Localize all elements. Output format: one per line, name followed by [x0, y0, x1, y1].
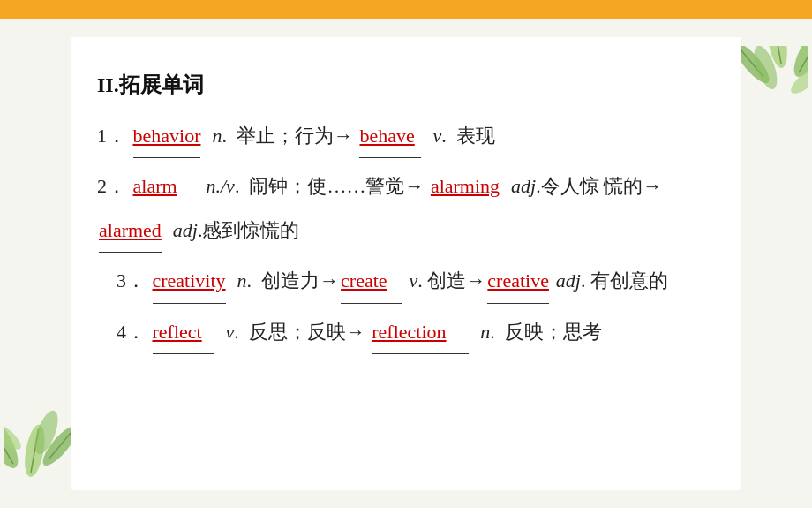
- item-1-pos2: v: [432, 125, 441, 147]
- item-1-blank2: behave: [359, 115, 421, 158]
- item-2-number: 2．: [97, 175, 126, 197]
- item-2-pos1: n./v: [207, 175, 235, 197]
- item-3-pos3: adj: [556, 269, 581, 292]
- word-item-4: 4． reflect v. 反思；反映→ reflection n. 反映；思考: [97, 311, 706, 354]
- leaf-right-decoration: [741, 19, 812, 508]
- item-4-pos2: n: [480, 321, 490, 343]
- section-title: II.拓展单词: [97, 64, 706, 106]
- item-3-pos1: n: [237, 269, 247, 292]
- item-4-number: 4．: [117, 321, 146, 343]
- item-4-meaning2: 反映；思考: [505, 321, 602, 343]
- item-1-meaning1: 举止；行为→: [237, 125, 353, 147]
- item-4-blank1: reflect: [153, 311, 214, 354]
- top-bar: [0, 0, 812, 19]
- leaf-left-decoration: [0, 19, 71, 508]
- main-container: II.拓展单词 1． behavior n. 举止；行为→ behave v. …: [0, 19, 812, 508]
- item-3-blank3: creative: [487, 260, 549, 303]
- item-1-blank1: behavior: [133, 115, 201, 158]
- item-1-meaning2: 表现: [456, 125, 495, 147]
- content-area: II.拓展单词 1． behavior n. 举止；行为→ behave v. …: [71, 37, 741, 490]
- word-item-1: 1． behavior n. 举止；行为→ behave v. 表现: [97, 115, 706, 158]
- item-3-number: 3．: [117, 269, 146, 292]
- item-3-blank2: create: [341, 260, 402, 303]
- item-1-pos1: n: [212, 125, 222, 147]
- item-3-blank1: creativity: [153, 260, 226, 303]
- item-2-pos2: adj: [511, 175, 536, 197]
- item-4-blank2: reflection: [372, 311, 469, 354]
- word-item-2: 2． alarm n./v. 闹钟；使……警觉→ alarming adj.令人…: [97, 165, 706, 253]
- item-2-meaning1: 闹钟；使……警觉→: [249, 175, 424, 197]
- item-3-pos2: v: [410, 269, 418, 292]
- item-1-number: 1．: [97, 125, 126, 147]
- item-3-meaning1: 创造力→: [261, 269, 339, 292]
- item-3-meaning2: 创造→: [427, 269, 485, 292]
- word-item-3: 3． creativity n. 创造力→create v. 创造→creati…: [97, 260, 706, 303]
- item-2-pos3: adj: [173, 219, 198, 241]
- item-2-blank2: alarming: [431, 165, 500, 209]
- item-2-blank3: alarmed: [99, 209, 162, 253]
- item-4-pos1: v: [226, 321, 235, 343]
- item-2-blank1: alarm: [133, 165, 195, 209]
- item-4-meaning1: 反思；反映→: [249, 321, 365, 343]
